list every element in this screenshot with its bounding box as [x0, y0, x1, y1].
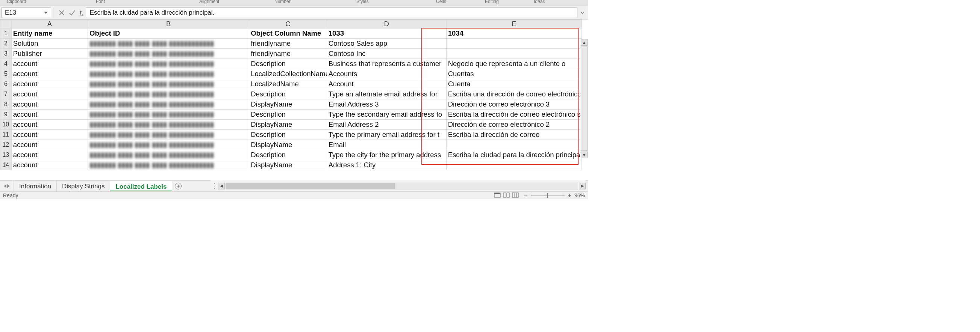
- row-header[interactable]: 3: [0, 49, 12, 59]
- cell[interactable]: Email Address 2: [327, 120, 446, 130]
- cell[interactable]: Account: [327, 79, 446, 89]
- cell[interactable]: Description: [249, 130, 327, 140]
- cell[interactable]: [446, 49, 582, 59]
- cell[interactable]: DisplayName: [249, 140, 327, 150]
- insert-function-button[interactable]: fx: [80, 9, 83, 16]
- cell[interactable]: Escriba la dirección de correo electróni…: [446, 109, 582, 120]
- zoom-in-button[interactable]: +: [568, 192, 571, 199]
- cell[interactable]: Description: [249, 59, 327, 69]
- zoom-out-button[interactable]: −: [524, 192, 528, 199]
- column-header[interactable]: C: [249, 20, 327, 28]
- cell[interactable]: account: [11, 140, 88, 150]
- cell[interactable]: Dirección de correo electrónico 2: [446, 120, 582, 130]
- select-all-button[interactable]: [0, 20, 12, 28]
- vertical-scrollbar[interactable]: ▲ ▼: [581, 39, 588, 158]
- cell[interactable]: LocalizedName: [249, 79, 327, 89]
- cell[interactable]: ▮▮▮▮▮▮▮ ▮▮▮▮ ▮▮▮▮ ▮▮▮▮ ▮▮▮▮▮▮▮▮▮▮▮▮: [88, 150, 249, 160]
- cell[interactable]: Contoso Inc: [327, 49, 446, 59]
- cell[interactable]: account: [11, 89, 88, 100]
- cell[interactable]: Publisher: [11, 49, 88, 59]
- row-header[interactable]: 2: [0, 39, 12, 49]
- column-header[interactable]: D: [327, 20, 446, 28]
- cell[interactable]: Type the city for the primary address: [327, 150, 446, 160]
- cell[interactable]: ▮▮▮▮▮▮▮ ▮▮▮▮ ▮▮▮▮ ▮▮▮▮ ▮▮▮▮▮▮▮▮▮▮▮▮: [88, 109, 249, 120]
- cell[interactable]: account: [11, 120, 88, 130]
- row-header[interactable]: 11: [0, 130, 12, 140]
- cell[interactable]: [446, 39, 582, 49]
- cell[interactable]: account: [11, 59, 88, 69]
- cell[interactable]: Type the secondary email address fo: [327, 109, 446, 120]
- cell[interactable]: Description: [249, 89, 327, 100]
- cell[interactable]: [446, 140, 582, 150]
- chevron-down-icon[interactable]: [44, 12, 48, 14]
- cell[interactable]: Accounts: [327, 69, 446, 79]
- normal-view-icon[interactable]: [494, 193, 501, 199]
- page-break-view-icon[interactable]: [512, 193, 519, 199]
- row-header[interactable]: 1: [0, 28, 12, 39]
- scroll-down-icon[interactable]: ▼: [581, 152, 587, 158]
- tab-prev-icon[interactable]: [4, 184, 6, 188]
- sheet-tab[interactable]: Localized Labels: [110, 181, 172, 191]
- row-header[interactable]: 5: [0, 69, 12, 79]
- cell[interactable]: DisplayName: [249, 160, 327, 170]
- cell[interactable]: ▮▮▮▮▮▮▮ ▮▮▮▮ ▮▮▮▮ ▮▮▮▮ ▮▮▮▮▮▮▮▮▮▮▮▮: [88, 120, 249, 130]
- cell[interactable]: ▮▮▮▮▮▮▮ ▮▮▮▮ ▮▮▮▮ ▮▮▮▮ ▮▮▮▮▮▮▮▮▮▮▮▮: [88, 140, 249, 150]
- column-header[interactable]: E: [446, 20, 582, 28]
- zoom-slider[interactable]: [531, 195, 565, 196]
- cell[interactable]: Solution: [11, 39, 88, 49]
- cell[interactable]: ▮▮▮▮▮▮▮ ▮▮▮▮ ▮▮▮▮ ▮▮▮▮ ▮▮▮▮▮▮▮▮▮▮▮▮: [88, 39, 249, 49]
- cell[interactable]: Negocio que representa a un cliente o: [446, 59, 582, 69]
- cell[interactable]: Description: [249, 109, 327, 120]
- row-header[interactable]: 14: [0, 160, 12, 170]
- cancel-button[interactable]: [56, 9, 67, 16]
- cell[interactable]: ▮▮▮▮▮▮▮ ▮▮▮▮ ▮▮▮▮ ▮▮▮▮ ▮▮▮▮▮▮▮▮▮▮▮▮: [88, 89, 249, 100]
- cell[interactable]: account: [11, 130, 88, 140]
- cell[interactable]: friendlyname: [249, 49, 327, 59]
- enter-button[interactable]: [67, 9, 78, 16]
- cell[interactable]: ▮▮▮▮▮▮▮ ▮▮▮▮ ▮▮▮▮ ▮▮▮▮ ▮▮▮▮▮▮▮▮▮▮▮▮: [88, 69, 249, 79]
- cell[interactable]: [446, 160, 582, 170]
- cell[interactable]: account: [11, 100, 88, 109]
- tab-next-icon[interactable]: [7, 184, 10, 188]
- cell[interactable]: account: [11, 109, 88, 120]
- cell[interactable]: Cuentas: [446, 69, 582, 79]
- cell[interactable]: Entity name: [11, 28, 88, 39]
- formula-input[interactable]: Escriba la ciudad para la dirección prin…: [86, 8, 578, 18]
- cell[interactable]: DisplayName: [249, 100, 327, 109]
- cell[interactable]: Escriba una dirección de correo electrón…: [446, 89, 582, 100]
- row-header[interactable]: 13: [0, 150, 12, 160]
- cell[interactable]: ▮▮▮▮▮▮▮ ▮▮▮▮ ▮▮▮▮ ▮▮▮▮ ▮▮▮▮▮▮▮▮▮▮▮▮: [88, 130, 249, 140]
- cell[interactable]: 1033: [327, 28, 446, 39]
- cell[interactable]: Object ID: [88, 28, 249, 39]
- cell[interactable]: Address 1: City: [327, 160, 446, 170]
- cell[interactable]: account: [11, 69, 88, 79]
- cell[interactable]: ▮▮▮▮▮▮▮ ▮▮▮▮ ▮▮▮▮ ▮▮▮▮ ▮▮▮▮▮▮▮▮▮▮▮▮: [88, 79, 249, 89]
- spreadsheet-grid[interactable]: A B C D E 1Entity nameObject IDObject Co…: [0, 19, 588, 177]
- cell[interactable]: Escriba la dirección de correo: [446, 130, 582, 140]
- row-header[interactable]: 7: [0, 89, 12, 100]
- cell[interactable]: ▮▮▮▮▮▮▮ ▮▮▮▮ ▮▮▮▮ ▮▮▮▮ ▮▮▮▮▮▮▮▮▮▮▮▮: [88, 59, 249, 69]
- cell[interactable]: account: [11, 160, 88, 170]
- cell[interactable]: Contoso Sales app: [327, 39, 446, 49]
- cell[interactable]: ▮▮▮▮▮▮▮ ▮▮▮▮ ▮▮▮▮ ▮▮▮▮ ▮▮▮▮▮▮▮▮▮▮▮▮: [88, 160, 249, 170]
- name-box[interactable]: E13: [2, 8, 51, 18]
- cell[interactable]: Description: [249, 150, 327, 160]
- cell[interactable]: Email Address 3: [327, 100, 446, 109]
- row-header[interactable]: 9: [0, 109, 12, 120]
- tab-nav[interactable]: [0, 181, 14, 191]
- cell[interactable]: Dirección de correo electrónico 3: [446, 100, 582, 109]
- cell[interactable]: Object Column Name: [249, 28, 327, 39]
- row-header[interactable]: 10: [0, 120, 12, 130]
- row-header[interactable]: 8: [0, 100, 12, 109]
- row-header[interactable]: 12: [0, 140, 12, 150]
- scroll-up-icon[interactable]: ▲: [581, 39, 587, 46]
- horizontal-scrollbar[interactable]: ⋮ ◀ ▶: [210, 180, 585, 191]
- cell[interactable]: ▮▮▮▮▮▮▮ ▮▮▮▮ ▮▮▮▮ ▮▮▮▮ ▮▮▮▮▮▮▮▮▮▮▮▮: [88, 49, 249, 59]
- cell[interactable]: Escriba la ciudad para la dirección prin…: [446, 150, 582, 160]
- column-header[interactable]: A: [11, 20, 88, 28]
- cell[interactable]: 1034: [446, 28, 582, 39]
- scroll-left-icon[interactable]: ◀: [218, 183, 225, 190]
- expand-formula-bar-icon[interactable]: [579, 11, 585, 15]
- row-header[interactable]: 4: [0, 59, 12, 69]
- zoom-level[interactable]: 96%: [574, 193, 585, 198]
